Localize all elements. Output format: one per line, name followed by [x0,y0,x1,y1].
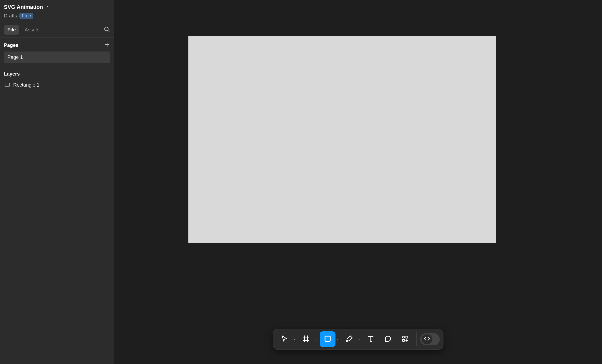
toolbar [273,329,444,350]
document-title: SVG Animation [4,4,43,10]
actions-icon [401,335,409,344]
rectangle-tool-icon [324,335,332,344]
move-tool-caret[interactable] [292,338,297,341]
search-icon[interactable] [104,26,110,34]
text-icon [367,335,375,344]
move-tool-group [277,331,297,347]
page-item[interactable]: Page 1 [4,52,110,63]
plan-badge[interactable]: Free [19,13,33,19]
text-tool[interactable] [363,331,379,347]
shape-tool[interactable] [320,331,336,347]
tab-file[interactable]: File [4,25,19,35]
svg-point-10 [347,340,348,341]
chevron-down-icon[interactable] [46,5,49,9]
cursor-icon [281,335,288,344]
svg-rect-4 [5,83,10,86]
pen-tool-caret[interactable] [357,338,362,341]
code-icon [424,335,431,343]
comment-icon [384,335,392,344]
svg-line-1 [108,30,109,32]
tabs-row: File Assets [0,22,114,38]
layers-list: Rectangle 1 [0,80,114,90]
pages-section-header: Pages [0,38,114,52]
layer-label: Rectangle 1 [13,82,39,88]
tab-assets[interactable]: Assets [21,25,43,35]
pen-icon [345,335,353,344]
layer-item[interactable]: Rectangle 1 [0,80,114,90]
sidebar: SVG Animation Drafts Free File Assets Pa… [0,0,114,364]
layers-title: Layers [4,71,20,77]
pen-tool-group [341,331,362,347]
frame-tool-group [298,331,318,347]
add-page-icon[interactable] [104,42,110,49]
actions-tool[interactable] [397,331,413,347]
dev-mode-toggle-inner [422,334,432,344]
svg-point-14 [403,336,405,338]
frame-tool[interactable] [298,331,314,347]
canvas[interactable] [114,0,602,364]
toolbar-divider [417,332,417,346]
sidebar-header: SVG Animation Drafts Free [0,0,114,22]
svg-point-0 [105,27,108,31]
frame-tool-caret[interactable] [314,338,318,341]
canvas-rectangle[interactable] [188,36,496,243]
pages-list: Page 1 [0,52,114,65]
dev-mode-toggle[interactable] [420,333,440,345]
comment-tool[interactable] [380,331,396,347]
pen-tool[interactable] [341,331,357,347]
title-row[interactable]: SVG Animation [4,4,110,10]
subhead: Drafts Free [4,13,110,19]
shape-tool-group [320,331,340,347]
shape-tool-caret[interactable] [336,338,340,341]
svg-rect-16 [403,339,405,341]
drafts-label[interactable]: Drafts [4,13,17,19]
move-tool[interactable] [277,331,292,347]
svg-rect-15 [406,336,408,338]
layers-section-header: Layers [0,67,114,80]
rectangle-icon [5,82,10,88]
frame-icon [302,335,310,344]
pages-title: Pages [4,42,18,48]
svg-rect-9 [325,336,330,341]
